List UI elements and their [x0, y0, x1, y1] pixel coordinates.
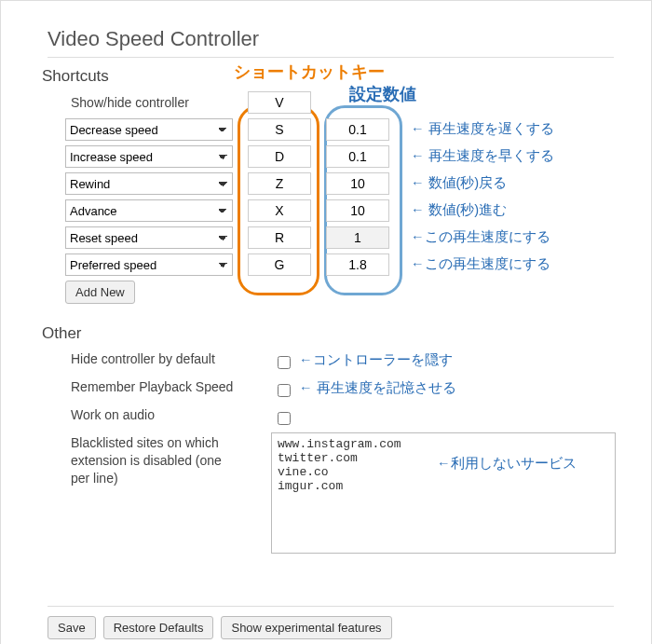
row-note: ← 再生速度を早くする	[411, 147, 554, 165]
row-note: ← 数値(秒)戻る	[411, 174, 507, 192]
row-note: ←この再生速度にする	[411, 255, 550, 273]
blacklist-note: ←利用しないサービス	[437, 455, 577, 473]
other-heading: Other	[42, 324, 614, 343]
footer: Save Restore Defaults Show experimental …	[48, 616, 614, 639]
blacklist-label: Blacklisted sites on which extension is …	[71, 434, 238, 487]
restore-defaults-button[interactable]: Restore Defaults	[103, 616, 214, 639]
key-input[interactable]	[248, 172, 311, 195]
remember-playback-label: Remember Playback Speed	[71, 379, 233, 394]
hide-controller-note: ←コントローラーを隠す	[299, 351, 453, 369]
showhide-label: Show/hide controller	[71, 95, 189, 110]
add-new-button[interactable]: Add New	[65, 281, 135, 304]
annotation-shortcut-key: ショートカットキー	[234, 61, 385, 83]
value-input[interactable]	[326, 253, 389, 276]
showhide-key-input[interactable]	[248, 91, 311, 114]
key-input[interactable]	[248, 145, 311, 168]
work-on-audio-label: Work on audio	[71, 407, 155, 422]
shortcuts-section: Show/hide controller Decrease speed ← 再生…	[48, 89, 614, 304]
shortcut-row: Preferred speed ←この再生速度にする	[48, 252, 614, 279]
row-note: ← 再生速度を遅くする	[411, 120, 554, 138]
hide-controller-checkbox[interactable]	[278, 356, 291, 369]
action-select[interactable]: Rewind	[65, 172, 233, 195]
remember-playback-row: Remember Playback Speed ← 再生速度を記憶させる	[48, 375, 614, 403]
remember-playback-checkbox[interactable]	[278, 384, 291, 397]
action-select[interactable]: Reset speed	[65, 226, 233, 249]
blacklist-row: Blacklisted sites on which extension is …	[48, 431, 614, 552]
hide-controller-row: Hide controller by default ←コントローラーを隠す	[48, 347, 614, 375]
key-input[interactable]	[248, 118, 311, 141]
divider	[48, 606, 614, 607]
work-on-audio-checkbox[interactable]	[278, 412, 291, 425]
shortcut-row: Increase speed ← 再生速度を早くする	[48, 144, 614, 171]
value-input[interactable]	[326, 172, 389, 195]
page-title: Video Speed Controller	[48, 27, 614, 51]
value-input[interactable]	[326, 199, 389, 222]
action-select[interactable]: Increase speed	[65, 145, 233, 168]
value-input[interactable]	[326, 145, 389, 168]
key-input[interactable]	[248, 226, 311, 249]
remember-playback-note: ← 再生速度を記憶させる	[299, 379, 456, 397]
action-select[interactable]: Advance	[65, 199, 233, 222]
action-select[interactable]: Decrease speed	[65, 118, 233, 141]
action-select[interactable]: Preferred speed	[65, 253, 233, 276]
blacklist-textarea[interactable]	[271, 432, 616, 554]
key-input[interactable]	[248, 253, 311, 276]
shortcut-row: Reset speed ←この再生速度にする	[48, 225, 614, 252]
divider	[48, 57, 614, 58]
value-input[interactable]	[326, 118, 389, 141]
work-on-audio-row: Work on audio	[48, 403, 614, 431]
shortcut-row-showhide: Show/hide controller	[48, 89, 614, 116]
hide-controller-label: Hide controller by default	[71, 351, 215, 366]
row-note: ← 数値(秒)進む	[411, 201, 507, 219]
other-section: Hide controller by default ←コントローラーを隠す R…	[48, 347, 614, 552]
shortcut-row: Decrease speed ← 再生速度を遅くする	[48, 116, 614, 144]
value-input[interactable]	[326, 226, 389, 249]
show-experimental-button[interactable]: Show experimental features	[221, 616, 391, 639]
save-button[interactable]: Save	[48, 616, 96, 639]
shortcut-row: Advance ← 数値(秒)進む	[48, 198, 614, 225]
shortcut-row: Rewind ← 数値(秒)戻る	[48, 171, 614, 198]
key-input[interactable]	[248, 199, 311, 222]
row-note: ←この再生速度にする	[411, 228, 550, 246]
